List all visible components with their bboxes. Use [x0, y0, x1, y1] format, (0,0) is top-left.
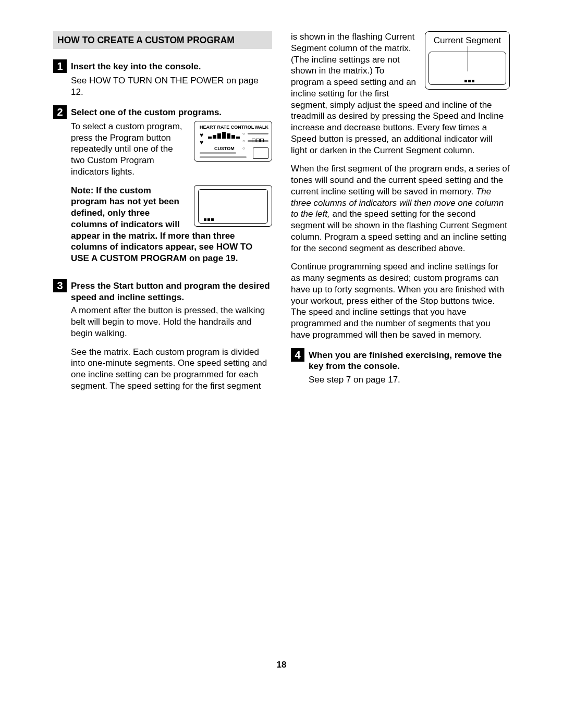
step-number: 1: [53, 59, 67, 73]
step-title: When you are finished exercising, remove…: [309, 348, 510, 373]
body-text: A moment after the button is pressed, th…: [71, 305, 272, 339]
body-text: Continue programming speed and incline s…: [291, 261, 510, 340]
body-text: See HOW TO TURN ON THE POWER on page 12.: [71, 75, 272, 98]
section-heading: HOW TO CREATE A CUSTOM PROGRAM: [53, 31, 272, 49]
matrix-figure: [194, 185, 272, 227]
right-column: Current Segment is shown in the flashing…: [291, 31, 510, 399]
heart-icon: ♥: [200, 139, 203, 146]
figure-label: WALK: [255, 125, 269, 131]
page-number: 18: [53, 660, 510, 670]
step-number: 2: [53, 105, 67, 119]
body-text: See the matrix. Each custom program is d…: [71, 347, 272, 392]
step-number: 4: [291, 348, 304, 362]
figure-label: HEART RATE CONTROL: [200, 125, 254, 131]
figure-label: Current Segment: [425, 35, 509, 46]
step-title: Select one of the custom programs.: [71, 105, 222, 118]
step-number: 3: [53, 279, 67, 292]
step-title: Insert the key into the console.: [71, 59, 201, 72]
body-text: When the first segment of the program en…: [291, 163, 510, 254]
left-column: HOW TO CREATE A CUSTOM PROGRAM 1 Insert …: [53, 31, 272, 399]
document-page: HOW TO CREATE A CUSTOM PROGRAM 1 Insert …: [0, 0, 563, 691]
step-title: Press the Start button and program the d…: [71, 279, 272, 303]
body-text: See step 7 on page 17.: [309, 374, 510, 386]
segment-figure: Current Segment: [425, 31, 510, 90]
console-figure: HEART RATE CONTROL WALK ♥ ♥ ○ ○ ○: [194, 121, 272, 162]
figure-label: CUSTOM: [214, 146, 235, 152]
